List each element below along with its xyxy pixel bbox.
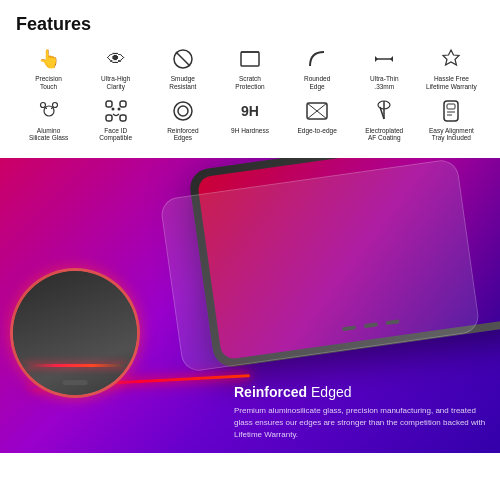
circle-zoom-inner [13,271,137,395]
bottom-title-normal: Edged [307,384,351,400]
feature-edge-to-edge: Edge-to-edge [285,97,350,143]
feature-easy-alignment: Easy AlignmentTray Included [419,97,484,143]
scratch-protection-label: ScratchProtection [235,75,264,91]
circle-zoom [10,268,140,398]
feature-reinforced-edges: ReinforcedEdges [150,97,215,143]
feature-alumino-silicate: AluminoSilicate Glass [16,97,81,143]
feature-ultra-thin: Ultra-Thin.33mm [352,45,417,91]
svg-point-18 [174,102,192,120]
easy-alignment-label: Easy AlignmentTray Included [429,127,474,143]
svg-rect-14 [106,115,112,121]
bottom-section: Reinforced Edged Premium aluminosilicate… [0,158,500,453]
svg-line-10 [45,107,47,109]
feature-smudge-resistant: SmudgeResistant [150,45,215,91]
smudge-resistant-label: SmudgeResistant [169,75,196,91]
bottom-title: Reinforced Edged [234,384,486,400]
top-section: Features 👆 PrecisionTouch 👁 Ultra-HighCl… [0,0,500,158]
reinforced-edges-label: ReinforcedEdges [167,127,198,143]
feature-ultra-high-clarity: 👁 Ultra-HighClarity [83,45,148,91]
feature-precision-touch: 👆 PrecisionTouch [16,45,81,91]
svg-point-19 [178,106,188,116]
circle-zoom-btn [63,380,88,385]
svg-point-17 [117,107,120,110]
features-title: Features [16,14,484,35]
rounded-edge-icon [303,45,331,73]
page-container: Features 👆 PrecisionTouch 👁 Ultra-HighCl… [0,0,500,500]
9h-hardness-icon: 9H [236,97,264,125]
edge-to-edge-label: Edge-to-edge [297,127,336,135]
svg-rect-15 [120,115,126,121]
feature-9h-hardness: 9H 9H Hardness [217,97,282,143]
ultra-thin-label: Ultra-Thin.33mm [370,75,399,91]
edge-to-edge-icon [303,97,331,125]
rounded-edge-label: RoundedEdge [304,75,330,91]
feature-hassle-free: Hassle FreeLifetime Warranty [419,45,484,91]
ultra-high-clarity-label: Ultra-HighClarity [101,75,130,91]
svg-rect-13 [120,101,126,107]
svg-line-11 [51,107,53,109]
reinforced-edges-icon [169,97,197,125]
feature-scratch-protection: ScratchProtection [217,45,282,91]
precision-touch-icon: 👆 [35,45,63,73]
feature-electroplated: ElectroplatedAF Coating [352,97,417,143]
precision-touch-label: PrecisionTouch [35,75,62,91]
easy-alignment-icon [437,97,465,125]
9h-hardness-label: 9H Hardness [231,127,269,135]
svg-rect-12 [106,101,112,107]
smudge-resistant-icon [169,45,197,73]
circle-zoom-edge [23,364,127,367]
svg-line-1 [176,52,190,66]
svg-point-8 [40,102,45,107]
electroplated-label: ElectroplatedAF Coating [365,127,403,143]
ultra-thin-icon [370,45,398,73]
svg-marker-5 [375,56,378,62]
scratch-protection-icon [236,45,264,73]
svg-point-9 [52,102,57,107]
bottom-text-area: Reinforced Edged Premium aluminosilicate… [220,372,500,453]
alumino-silicate-icon [35,97,63,125]
feature-rounded-edge: RoundedEdge [285,45,350,91]
hassle-free-label: Hassle FreeLifetime Warranty [426,75,477,91]
face-id-icon [102,97,130,125]
bottom-title-bold: Reinforced [234,384,307,400]
features-row1: 👆 PrecisionTouch 👁 Ultra-HighClarity Smu… [16,45,484,91]
feature-face-id: Face IDCompatible [83,97,148,143]
svg-rect-27 [447,104,455,109]
svg-point-16 [111,107,114,110]
svg-rect-2 [241,52,259,66]
svg-marker-6 [390,56,393,62]
bottom-description: Premium aluminosilicate glass, precision… [234,405,486,441]
face-id-label: Face IDCompatible [99,127,132,143]
electroplated-icon [370,97,398,125]
alumino-silicate-label: AluminoSilicate Glass [29,127,68,143]
hassle-free-icon [437,45,465,73]
ultra-high-clarity-icon: 👁 [102,45,130,73]
features-row2: AluminoSilicate Glass Face IDCompatible [16,97,484,143]
